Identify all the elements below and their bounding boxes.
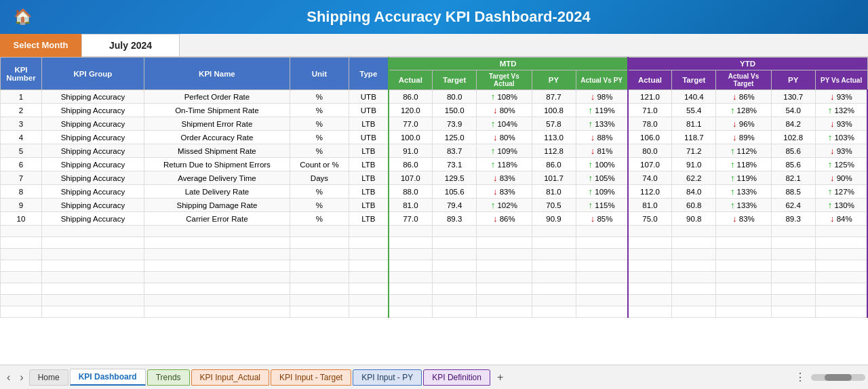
cell-ytd-actual: 106.0 (628, 131, 672, 144)
tab-kpi-definition[interactable]: KPI Definition (423, 369, 490, 386)
cell-empty (771, 249, 815, 260)
cell-empty (41, 272, 144, 283)
cell-empty (771, 272, 815, 283)
cell-empty (349, 260, 389, 272)
cell-ytd-tvsa: ↑ 118% (716, 158, 771, 171)
tab-next-button[interactable]: › (16, 371, 27, 384)
tab-kpi-input-py[interactable]: KPI Input - PY (353, 369, 422, 386)
cell-empty (389, 283, 433, 295)
cell-ytd-pvsa: ↑ 132% (815, 104, 867, 117)
table-row-empty (1, 226, 868, 237)
cell-empty (144, 237, 290, 249)
cell-mtd-avspy: ↓ 88% (576, 131, 628, 144)
scroll-indicator (811, 374, 865, 381)
arrow-down-icon: ↓ (493, 132, 498, 142)
arrow-down-icon: ↓ (732, 119, 737, 129)
cell-mtd-actual: 120.0 (389, 104, 433, 117)
cell-mtd-tvsa: ↑ 109% (477, 144, 532, 158)
cell-mtd-avspy: ↑ 109% (576, 185, 628, 199)
tab-kpi-dashboard[interactable]: KPI Dashboard (70, 369, 146, 386)
cell-mtd-actual: 86.0 (389, 158, 433, 171)
table-row: 3 Shipping Accuracy Shipment Error Rate … (1, 117, 868, 131)
cell-type: LTB (349, 199, 389, 212)
cell-mtd-target: 73.9 (433, 117, 477, 131)
tab-options-icon[interactable]: ⋮ (791, 371, 810, 384)
cell-ytd-pvsa: ↓ 93% (815, 144, 867, 158)
cell-empty (532, 237, 576, 249)
cell-kpi-num: 6 (1, 158, 42, 171)
home-icon[interactable]: 🏠 (14, 8, 32, 26)
arrow-down-icon: ↓ (591, 132, 595, 142)
cell-ytd-tvsa: ↓ 89% (716, 131, 771, 144)
kpi-table: KPINumber KPI Group KPI Name Unit Type M… (0, 57, 868, 318)
cell-empty (716, 237, 771, 249)
cell-kpi-name: Missed Shipment Rate (144, 144, 290, 158)
tab-kpi-input-actual[interactable]: KPI Input_Actual (191, 369, 269, 386)
cell-empty (532, 226, 576, 237)
cell-mtd-tvsa: ↓ 83% (477, 171, 532, 185)
cell-mtd-py: 87.7 (532, 90, 576, 104)
tab-prev-button[interactable]: ‹ (3, 371, 14, 384)
cell-empty (1, 226, 42, 237)
cell-unit: % (290, 199, 349, 212)
cell-ytd-py: 84.2 (771, 117, 815, 131)
table-row: 7 Shipping Accuracy Average Delivery Tim… (1, 171, 868, 185)
cell-kpi-name: Shipping Damage Rate (144, 199, 290, 212)
cell-kpi-group: Shipping Accuracy (41, 158, 144, 171)
cell-empty (532, 295, 576, 306)
cell-mtd-avspy: ↓ 81% (576, 144, 628, 158)
cell-mtd-py: 70.5 (532, 199, 576, 212)
table-row-empty (1, 306, 868, 318)
cell-kpi-num: 3 (1, 117, 42, 131)
arrow-up-icon: ↑ (491, 91, 496, 102)
cell-kpi-num: 8 (1, 185, 42, 199)
tab-home[interactable]: Home (29, 369, 68, 386)
cell-empty (672, 283, 716, 295)
arrow-up-icon: ↑ (828, 200, 833, 210)
cell-ytd-actual: 81.0 (628, 199, 672, 212)
arrow-down-icon: ↓ (591, 213, 595, 224)
cell-mtd-py: 113.0 (532, 131, 576, 144)
cell-ytd-tvsa: ↑ 119% (716, 171, 771, 185)
tab-trends[interactable]: Trends (147, 369, 190, 386)
cell-empty (672, 306, 716, 318)
cell-empty (433, 249, 477, 260)
cell-ytd-target: 55.4 (672, 104, 716, 117)
cell-ytd-pvsa: ↓ 93% (815, 90, 867, 104)
cell-empty (628, 260, 672, 272)
cell-empty (672, 249, 716, 260)
cell-ytd-target: 71.2 (672, 144, 716, 158)
cell-empty (144, 260, 290, 272)
tab-bar: ‹ › Home KPI Dashboard Trends KPI Input_… (0, 365, 868, 389)
arrow-down-icon: ↓ (830, 119, 835, 129)
cell-ytd-actual: 78.0 (628, 117, 672, 131)
cell-ytd-target: 84.0 (672, 185, 716, 199)
cell-mtd-tvsa: ↓ 86% (477, 212, 532, 226)
cell-kpi-group: Shipping Accuracy (41, 185, 144, 199)
cell-empty (477, 283, 532, 295)
cell-empty (771, 237, 815, 249)
th-mtd-avspy: Actual Vs PY (576, 70, 628, 90)
table-row: 4 Shipping Accuracy Order Accuracy Rate … (1, 131, 868, 144)
cell-kpi-name: Average Delivery Time (144, 171, 290, 185)
cell-empty (672, 237, 716, 249)
cell-mtd-py: 81.0 (532, 185, 576, 199)
cell-ytd-target: 90.8 (672, 212, 716, 226)
arrow-up-icon: ↑ (589, 105, 593, 115)
cell-empty (771, 306, 815, 318)
cell-kpi-group: Shipping Accuracy (41, 117, 144, 131)
cell-mtd-tvsa: ↓ 83% (477, 185, 532, 199)
add-tab-button[interactable]: + (492, 371, 509, 384)
cell-type: UTB (349, 131, 389, 144)
arrow-up-icon: ↑ (589, 173, 593, 183)
cell-empty (144, 272, 290, 283)
cell-ytd-py: 62.4 (771, 199, 815, 212)
cell-unit: % (290, 104, 349, 117)
arrow-up-icon: ↑ (730, 159, 735, 169)
cell-empty (433, 260, 477, 272)
select-month-button[interactable]: Select Month (0, 34, 81, 57)
tab-kpi-input-target[interactable]: KPI Input - Target (271, 369, 351, 386)
cell-mtd-py: 101.7 (532, 171, 576, 185)
table-row: 5 Shipping Accuracy Missed Shipment Rate… (1, 144, 868, 158)
cell-type: LTB (349, 171, 389, 185)
